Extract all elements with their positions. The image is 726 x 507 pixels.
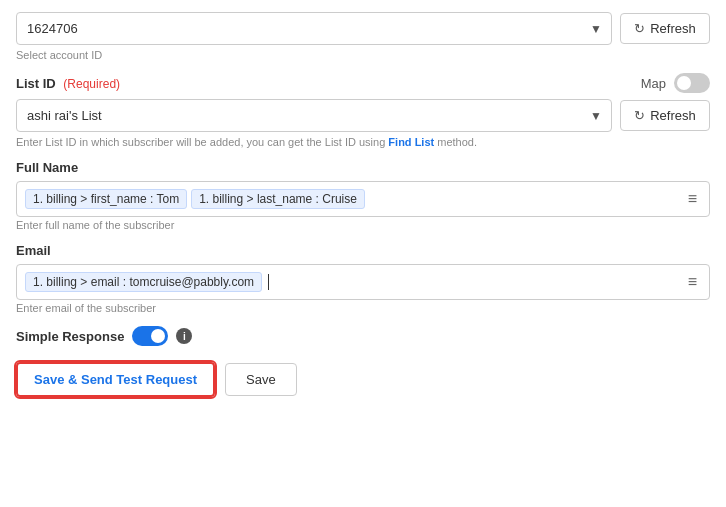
email-section: Email 1. billing > email : tomcruise@pab… [16,243,710,314]
list-id-header: List ID (Required) Map [16,73,710,93]
info-icon[interactable]: i [176,328,192,344]
list-helper-prefix: Enter List ID in which subscriber will b… [16,136,388,148]
full-name-section: Full Name 1. billing > first_name : Tom … [16,160,710,231]
full-name-tag-1: 1. billing > first_name : Tom [25,189,187,209]
list-select-wrapper: ashi rai's List ▼ [16,99,612,132]
simple-response-row: Simple Response i [16,326,710,346]
full-name-helper: Enter full name of the subscriber [16,219,710,231]
map-toggle-slider [674,73,710,93]
actions-row: Save & Send Test Request Save [16,362,710,397]
full-name-label: Full Name [16,160,710,175]
email-caret [268,274,269,290]
map-label: Map [641,76,666,91]
refresh-account-label: Refresh [650,21,696,36]
email-input-wrapper[interactable]: 1. billing > email : tomcruise@pabbly.co… [16,264,710,300]
full-name-input-wrapper[interactable]: 1. billing > first_name : Tom 1. billing… [16,181,710,217]
email-tag: 1. billing > email : tomcruise@pabbly.co… [25,272,262,292]
email-helper: Enter email of the subscriber [16,302,710,314]
save-send-button[interactable]: Save & Send Test Request [16,362,215,397]
simple-response-toggle-slider [132,326,168,346]
simple-response-label: Simple Response [16,329,124,344]
email-menu-icon[interactable]: ≡ [684,271,701,293]
list-id-label-group: List ID (Required) [16,76,120,91]
email-label: Email [16,243,710,258]
list-helper-suffix: method. [434,136,477,148]
refresh-list-icon: ↻ [634,108,645,123]
account-select[interactable]: 1624706 [16,12,612,45]
simple-response-toggle[interactable] [132,326,168,346]
map-toggle-area: Map [641,73,710,93]
map-toggle[interactable] [674,73,710,93]
refresh-account-button[interactable]: ↻ Refresh [620,13,710,44]
refresh-list-label: Refresh [650,108,696,123]
account-row: 1624706 ▼ ↻ Refresh [16,12,710,45]
refresh-list-button[interactable]: ↻ Refresh [620,100,710,131]
list-id-required: (Required) [63,77,120,91]
save-button[interactable]: Save [225,363,297,396]
list-helper: Enter List ID in which subscriber will b… [16,136,710,148]
full-name-menu-icon[interactable]: ≡ [684,188,701,210]
list-select[interactable]: ashi rai's List [16,99,612,132]
list-id-row: ashi rai's List ▼ ↻ Refresh [16,99,710,132]
list-id-label: List ID [16,76,56,91]
find-list-link[interactable]: Find List [388,136,434,148]
refresh-account-icon: ↻ [634,21,645,36]
account-helper: Select account ID [16,49,710,61]
full-name-tag-2: 1. billing > last_name : Cruise [191,189,365,209]
account-select-wrapper: 1624706 ▼ [16,12,612,45]
